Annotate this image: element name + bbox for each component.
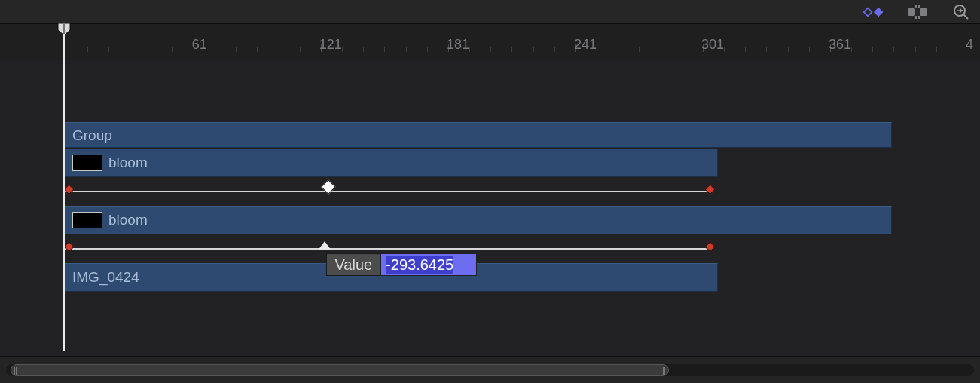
- clip-thumbnail: [72, 212, 102, 228]
- clip-thumbnail: [72, 155, 102, 171]
- keyframe-edge[interactable]: [704, 184, 715, 195]
- ruler-tick-minor: [915, 47, 916, 52]
- timeline-tracks[interactable]: Group bloom bloom IMG_0424 Value: [0, 60, 980, 356]
- keyframe-line: [64, 191, 707, 192]
- ruler-label: 361: [829, 37, 851, 53]
- ruler-tick-minor: [469, 47, 470, 52]
- keyframe-edge[interactable]: [63, 184, 74, 195]
- ruler-label: 4: [966, 37, 973, 53]
- ruler-tick-minor: [872, 47, 873, 52]
- keyframe-value-popup: Value: [326, 253, 477, 276]
- ruler-label: 301: [701, 37, 724, 53]
- value-label: Value: [326, 253, 380, 276]
- zoom-icon[interactable]: [950, 3, 972, 21]
- svg-rect-1: [920, 8, 927, 16]
- snapping-icon[interactable]: [906, 3, 929, 21]
- ruler-tick-minor: [172, 47, 173, 52]
- group-clip[interactable]: Group: [64, 122, 892, 148]
- keyframe-line: [64, 248, 707, 250]
- layer-clip[interactable]: bloom: [64, 206, 892, 234]
- ruler-label: 181: [447, 37, 469, 53]
- ruler-tick-minor: [724, 47, 725, 52]
- ruler-tick-minor: [300, 47, 301, 52]
- keyframe-edge[interactable]: [704, 241, 715, 252]
- ruler-tick-minor: [936, 47, 937, 52]
- ruler-tick-minor: [745, 47, 746, 52]
- keyframe-value-input[interactable]: [380, 253, 477, 276]
- scrollbar-thumb[interactable]: [11, 364, 669, 376]
- ruler-tick-minor: [342, 47, 343, 52]
- svg-rect-5: [918, 16, 920, 19]
- ruler-tick-minor: [87, 47, 88, 52]
- ruler-tick-minor: [406, 47, 407, 52]
- keyframe-nav-icon[interactable]: [862, 3, 885, 21]
- ruler-tick-minor: [427, 47, 428, 52]
- ruler-tick-minor: [893, 47, 894, 52]
- ruler-tick-minor: [279, 47, 279, 52]
- clip-label: IMG_0424: [72, 269, 139, 286]
- ruler-tick-minor: [533, 47, 534, 52]
- svg-rect-2: [915, 5, 917, 8]
- ruler-tick-minor: [511, 47, 512, 52]
- group-label: Group: [72, 127, 112, 144]
- timeline-ruler[interactable]: 611211812413013614: [0, 24, 980, 60]
- ruler-tick-minor: [384, 47, 385, 52]
- ruler-tick-minor: [215, 47, 215, 52]
- ruler-tick-minor: [151, 47, 151, 52]
- ruler-tick-minor: [682, 47, 682, 52]
- ruler-tick-minor: [257, 47, 258, 52]
- ruler-tick-minor: [554, 47, 555, 52]
- ruler-tick-minor: [108, 47, 109, 52]
- ruler-tick-minor: [809, 47, 810, 52]
- ruler-tick-minor: [236, 47, 237, 52]
- playhead-marker[interactable]: [57, 23, 71, 36]
- timeline-toolbar: [0, 0, 980, 24]
- layer-clip[interactable]: bloom: [64, 149, 718, 177]
- ruler-tick-minor: [851, 47, 852, 52]
- scrollbar-handle-left[interactable]: [14, 367, 17, 375]
- ruler-tick-minor: [661, 47, 661, 52]
- ruler-label: 61: [192, 37, 207, 53]
- clip-label: bloom: [108, 155, 148, 171]
- horizontal-scrollbar[interactable]: [0, 356, 980, 383]
- scrollbar-track[interactable]: [6, 364, 974, 376]
- scrollbar-handle-right[interactable]: [663, 367, 665, 375]
- svg-rect-3: [918, 5, 920, 8]
- clip-label: bloom: [108, 212, 148, 228]
- keyframe-edge[interactable]: [63, 241, 74, 252]
- ruler-tick-minor: [618, 47, 618, 52]
- svg-rect-0: [908, 8, 915, 16]
- ruler-tick-minor: [766, 47, 767, 52]
- ruler-label: 121: [319, 37, 342, 53]
- ruler-tick-minor: [597, 47, 597, 52]
- ruler-label: 241: [574, 37, 597, 53]
- ruler-tick-minor: [788, 47, 789, 52]
- ruler-tick-minor: [363, 47, 364, 52]
- ruler-tick-minor: [490, 47, 491, 52]
- ruler-tick-minor: [130, 47, 130, 52]
- svg-rect-4: [915, 16, 917, 19]
- ruler-tick-minor: [639, 47, 640, 52]
